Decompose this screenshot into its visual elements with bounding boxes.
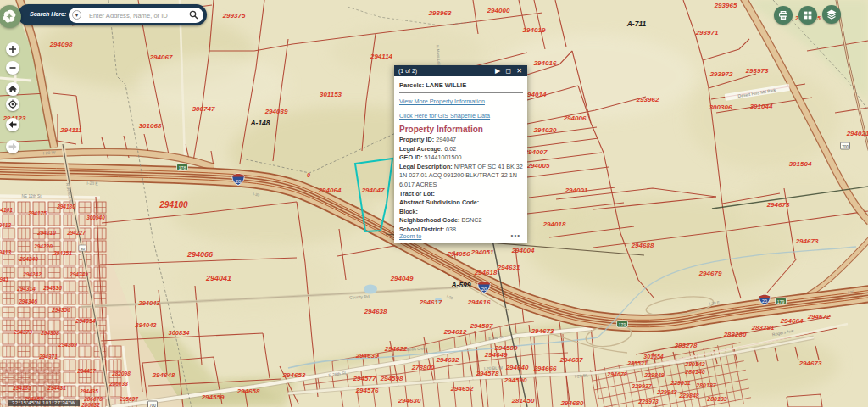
svg-text:294631: 294631 bbox=[497, 264, 520, 271]
svg-text:281450: 281450 bbox=[511, 397, 535, 404]
svg-text:294638: 294638 bbox=[364, 308, 387, 315]
svg-text:NE 12th St: NE 12th St bbox=[21, 194, 42, 198]
svg-text:294042: 294042 bbox=[134, 321, 157, 329]
svg-text:294336: 294336 bbox=[42, 285, 62, 291]
svg-text:286633: 286633 bbox=[108, 381, 128, 387]
svg-text:294658: 294658 bbox=[236, 387, 260, 395]
svg-text:300306: 300306 bbox=[709, 103, 732, 111]
svg-text:294688: 294688 bbox=[631, 242, 654, 249]
svg-text:300747: 300747 bbox=[192, 105, 215, 113]
svg-text:293965: 293965 bbox=[714, 2, 737, 9]
svg-text:294649: 294649 bbox=[484, 351, 508, 359]
svg-text:294346: 294346 bbox=[18, 298, 37, 304]
svg-text:294021: 294021 bbox=[846, 130, 868, 137]
svg-text:20: 20 bbox=[236, 179, 242, 184]
svg-text:294185: 294185 bbox=[12, 385, 31, 391]
svg-text:294680: 294680 bbox=[560, 399, 584, 407]
svg-text:280133: 280133 bbox=[706, 396, 726, 402]
svg-text:301044: 301044 bbox=[750, 103, 773, 110]
svg-text:294308: 294308 bbox=[40, 330, 59, 336]
svg-text:294652: 294652 bbox=[450, 385, 474, 393]
svg-text:282098: 282098 bbox=[111, 371, 131, 376]
svg-text:229849: 229849 bbox=[643, 372, 664, 378]
svg-text:294653: 294653 bbox=[282, 371, 306, 379]
svg-text:294371: 294371 bbox=[38, 354, 58, 360]
svg-text:294672: 294672 bbox=[807, 313, 831, 321]
svg-text:286632: 286632 bbox=[81, 402, 100, 407]
svg-text:I-20 W: I-20 W bbox=[42, 150, 55, 156]
svg-text:294437: 294437 bbox=[76, 368, 96, 374]
svg-text:295637: 295637 bbox=[119, 396, 138, 402]
svg-text:294066: 294066 bbox=[186, 250, 214, 259]
svg-text:294047: 294047 bbox=[361, 187, 385, 194]
svg-text:301654: 301654 bbox=[643, 354, 663, 360]
svg-text:294043: 294043 bbox=[137, 299, 160, 307]
svg-text:294598: 294598 bbox=[380, 375, 403, 382]
svg-text:294373: 294373 bbox=[13, 329, 32, 335]
svg-text:294618: 294618 bbox=[474, 269, 498, 276]
svg-text:293962: 293962 bbox=[636, 96, 659, 103]
svg-text:294687: 294687 bbox=[559, 356, 583, 364]
svg-text:293971: 293971 bbox=[695, 29, 719, 36]
svg-text:294251: 294251 bbox=[53, 250, 72, 256]
svg-text:280140: 280140 bbox=[684, 369, 704, 375]
svg-text:29412: 29412 bbox=[0, 222, 11, 228]
svg-text:300940: 300940 bbox=[86, 215, 105, 220]
svg-text:280142: 280142 bbox=[684, 361, 704, 367]
svg-text:294180: 294180 bbox=[56, 204, 75, 209]
svg-text:179: 179 bbox=[777, 299, 785, 304]
svg-text:294673: 294673 bbox=[766, 201, 790, 209]
svg-text:294632: 294632 bbox=[436, 356, 459, 364]
svg-text:294577: 294577 bbox=[353, 375, 376, 382]
svg-text:29413: 29413 bbox=[0, 249, 11, 255]
svg-text:I-20 BL W: I-20 BL W bbox=[484, 365, 504, 371]
svg-text:294004: 294004 bbox=[511, 247, 535, 254]
svg-text:229937: 229937 bbox=[631, 383, 652, 389]
svg-text:294590: 294590 bbox=[504, 376, 527, 384]
svg-text:283278: 283278 bbox=[674, 342, 698, 349]
svg-text:294673: 294673 bbox=[798, 360, 822, 367]
svg-text:229943: 229943 bbox=[656, 389, 676, 395]
svg-text:294000: 294000 bbox=[487, 7, 510, 14]
svg-text:20: 20 bbox=[762, 298, 767, 304]
svg-text:280137: 280137 bbox=[695, 382, 716, 388]
svg-text:293963: 293963 bbox=[428, 9, 452, 17]
svg-text:293972: 293972 bbox=[709, 70, 733, 78]
svg-text:294630: 294630 bbox=[398, 397, 421, 404]
svg-text:294041: 294041 bbox=[205, 274, 231, 282]
svg-text:5: 5 bbox=[817, 15, 821, 21]
svg-text:294587: 294587 bbox=[470, 322, 493, 330]
svg-text:294100: 294100 bbox=[159, 200, 188, 209]
svg-text:294049: 294049 bbox=[390, 275, 414, 282]
svg-text:294354: 294354 bbox=[75, 318, 95, 324]
svg-text:20: 20 bbox=[481, 287, 487, 292]
svg-text:I-20 E: I-20 E bbox=[86, 181, 98, 187]
svg-text:294161: 294161 bbox=[0, 207, 13, 213]
svg-text:294431: 294431 bbox=[47, 385, 66, 391]
svg-text:294314: 294314 bbox=[16, 286, 36, 292]
svg-text:299375: 299375 bbox=[222, 12, 246, 20]
svg-text:2941: 2941 bbox=[0, 276, 9, 282]
svg-text:294369: 294369 bbox=[58, 342, 77, 348]
svg-text:294673: 294673 bbox=[795, 237, 819, 245]
svg-text:294240: 294240 bbox=[19, 256, 38, 262]
svg-text:294616: 294616 bbox=[467, 298, 491, 306]
svg-text:294640: 294640 bbox=[505, 364, 529, 371]
svg-text:294242: 294242 bbox=[22, 271, 42, 277]
svg-text:229951: 229951 bbox=[670, 380, 690, 386]
svg-text:285521: 285521 bbox=[626, 360, 647, 366]
svg-text:278800: 278800 bbox=[411, 364, 435, 371]
svg-text:179: 179 bbox=[619, 322, 626, 327]
svg-text:294673: 294673 bbox=[531, 327, 554, 335]
svg-text:294249: 294249 bbox=[69, 271, 88, 277]
svg-text:294666: 294666 bbox=[533, 365, 557, 372]
svg-text:700: 700 bbox=[149, 404, 156, 407]
svg-text:294576: 294576 bbox=[355, 387, 379, 394]
svg-text:A-599: A-599 bbox=[450, 281, 470, 289]
svg-text:294679: 294679 bbox=[698, 270, 722, 277]
svg-text:229973: 229973 bbox=[637, 399, 658, 404]
svg-text:294356: 294356 bbox=[51, 307, 70, 313]
svg-text:283281: 283281 bbox=[751, 324, 775, 332]
svg-text:301153: 301153 bbox=[320, 91, 342, 98]
svg-text:293973: 293973 bbox=[745, 67, 769, 75]
